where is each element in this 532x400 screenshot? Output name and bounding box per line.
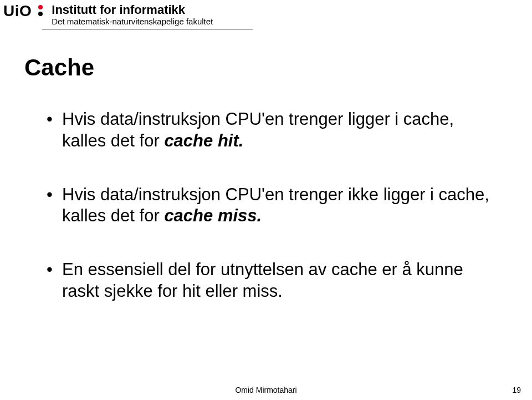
- bullet-list: Hvis data/instruksjon CPU'en trenger lig…: [24, 109, 499, 335]
- footer-author: Omid Mirmotahari: [0, 386, 532, 394]
- uio-logo-text: UiO: [3, 2, 32, 20]
- bullet-item: En essensiell del for utnyttelsen av cac…: [47, 259, 499, 302]
- bullet-emphasis: cache hit.: [164, 131, 243, 150]
- bullet-text: Hvis data/instruksjon CPU'en trenger lig…: [62, 109, 454, 150]
- header: UiO Institutt for informatikk Det matema…: [3, 2, 213, 27]
- header-divider: [42, 29, 253, 29]
- faculty-name: Det matematisk-naturvitenskapelige fakul…: [52, 17, 213, 27]
- footer-page-number: 19: [512, 386, 521, 394]
- bullet-text: En essensiell del for utnyttelsen av cac…: [62, 260, 463, 301]
- institute-block: Institutt for informatikk Det matematisk…: [52, 2, 213, 27]
- bullet-item: Hvis data/instruksjon CPU'en trenger lig…: [47, 109, 499, 152]
- institute-name: Institutt for informatikk: [52, 3, 213, 17]
- bullet-emphasis: cache miss.: [164, 206, 262, 225]
- uio-logo-dots-icon: [37, 2, 45, 18]
- bullet-item: Hvis data/instruksjon CPU'en trenger ikk…: [47, 184, 499, 227]
- slide-title: Cache: [24, 54, 94, 81]
- bullet-text: Hvis data/instruksjon CPU'en trenger ikk…: [62, 185, 489, 226]
